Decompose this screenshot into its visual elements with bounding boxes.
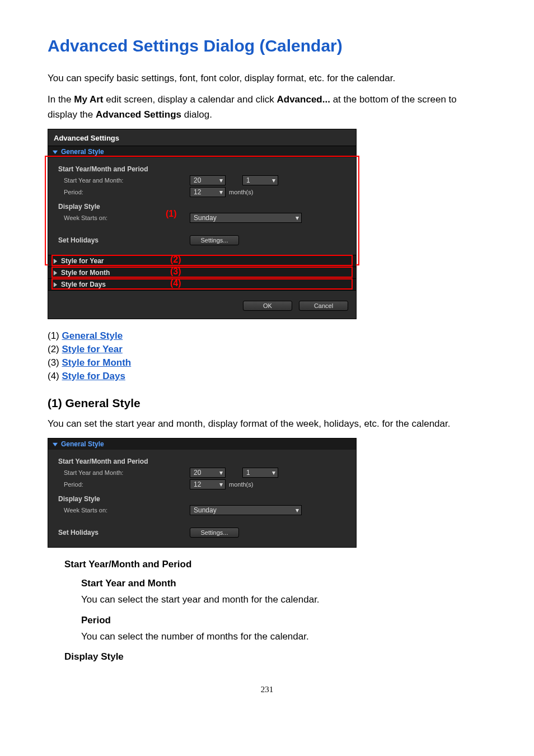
accordion-label: Style for Days: [61, 281, 106, 288]
group-display-style: Display Style: [58, 203, 348, 211]
settings-button[interactable]: Settings...: [190, 528, 239, 538]
settings-button[interactable]: Settings...: [190, 235, 239, 245]
chevron-down-icon: ▾: [296, 505, 299, 515]
period-unit: month(s): [229, 189, 253, 195]
label-start-year-month: Start Year and Month:: [58, 177, 190, 184]
period-unit: month(s): [229, 481, 253, 488]
start-year-dropdown[interactable]: 20▾: [190, 175, 226, 185]
svg-marker-2: [54, 270, 57, 276]
chevron-right-icon: [53, 259, 58, 264]
link-style-days[interactable]: Style for Days: [62, 371, 125, 381]
link-style-month[interactable]: Style for Month: [62, 357, 132, 368]
chevron-down-icon: ▾: [272, 468, 275, 478]
period-dropdown[interactable]: 12▾: [190, 479, 226, 489]
group-period: Start Year/Month and Period: [58, 458, 348, 465]
cancel-button[interactable]: Cancel: [299, 301, 348, 311]
group-set-holidays: Set Holidays: [58, 529, 190, 536]
accordion-style-year[interactable]: Style for Year: [48, 255, 356, 267]
def-display-style: Display Style: [64, 651, 486, 662]
callout-link-list: (1) General Style (2) Style for Year (3)…: [48, 330, 486, 382]
label-week-starts: Week Starts on:: [58, 214, 190, 221]
accordion-label: Style for Month: [61, 269, 110, 277]
chevron-down-icon: ▾: [296, 213, 299, 223]
chevron-down-icon: ▾: [272, 175, 275, 185]
chevron-down-icon: [53, 150, 58, 155]
general-style-panel: General Style Start Year/Month and Perio…: [48, 438, 357, 548]
section-heading-general-style: (1) General Style: [48, 396, 486, 410]
page-title: Advanced Settings Dialog (Calendar): [48, 36, 486, 55]
group-set-holidays: Set Holidays: [58, 236, 190, 244]
group-period: Start Year/Month and Period: [58, 165, 348, 173]
chevron-down-icon: ▾: [219, 468, 223, 478]
label-period: Period:: [58, 481, 190, 488]
week-starts-dropdown[interactable]: Sunday▾: [190, 505, 302, 515]
accordion-general-style[interactable]: General Style: [48, 438, 356, 450]
dialog-title: Advanced Settings: [48, 129, 356, 146]
svg-marker-3: [54, 282, 57, 287]
label-week-starts: Week Starts on:: [58, 507, 190, 514]
accordion-style-month[interactable]: Style for Month: [48, 267, 356, 278]
chevron-down-icon: [53, 442, 58, 447]
start-month-dropdown[interactable]: 1▾: [242, 175, 278, 185]
svg-marker-4: [53, 443, 58, 446]
chevron-right-icon: [53, 282, 58, 287]
def-period: Period: [81, 615, 486, 626]
group-display-style: Display Style: [58, 495, 348, 503]
section-body: You can set the start year and month, di…: [48, 417, 486, 431]
def-start-year-month: Start Year and Month: [81, 578, 486, 589]
page-number: 231: [48, 685, 486, 694]
accordion-general-style[interactable]: General Style: [48, 146, 356, 157]
accordion-label: Style for Year: [61, 257, 104, 265]
svg-marker-1: [54, 259, 57, 264]
start-month-dropdown[interactable]: 1▾: [242, 468, 278, 478]
intro-paragraph-2: In the My Art edit screen, display a cal…: [48, 92, 486, 122]
chevron-right-icon: [53, 270, 58, 276]
link-style-year[interactable]: Style for Year: [62, 344, 123, 354]
def-start-year-month-period: Start Year/Month and Period: [64, 559, 486, 570]
def-body: You can select the start year and month …: [81, 592, 486, 607]
ok-button[interactable]: OK: [243, 301, 292, 311]
accordion-style-days[interactable]: Style for Days: [48, 278, 356, 291]
chevron-down-icon: ▾: [219, 187, 223, 197]
def-body: You can select the number of months for …: [81, 629, 486, 644]
intro-paragraph-1: You can specify basic settings, font, fo…: [48, 71, 486, 86]
accordion-label: General Style: [61, 440, 104, 448]
label-start-year-month: Start Year and Month:: [58, 469, 190, 476]
chevron-down-icon: ▾: [219, 479, 223, 489]
svg-marker-0: [53, 150, 58, 153]
link-general-style[interactable]: General Style: [62, 330, 123, 341]
accordion-label: General Style: [61, 148, 104, 156]
label-period: Period:: [58, 189, 190, 195]
period-dropdown[interactable]: 12▾: [190, 187, 226, 197]
week-starts-dropdown[interactable]: Sunday▾: [190, 213, 302, 223]
start-year-dropdown[interactable]: 20▾: [190, 468, 226, 478]
advanced-settings-dialog: Advanced Settings General Style (1) Star…: [48, 129, 357, 319]
chevron-down-icon: ▾: [219, 175, 223, 185]
